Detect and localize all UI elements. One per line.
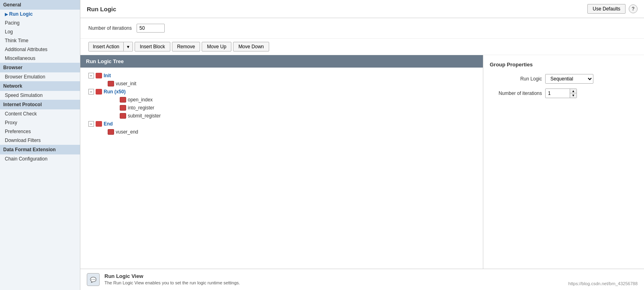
footer-description: The Run Logic View enables you to set th… bbox=[104, 280, 240, 285]
tree-body: −Initvuser_init−Run (x50)open_indexinto_… bbox=[80, 68, 483, 140]
group-icon-init bbox=[96, 73, 102, 78]
tree-node-init[interactable]: −Init bbox=[80, 72, 483, 80]
footer: 💬 Run Logic View The Run Logic View enab… bbox=[80, 269, 644, 290]
tree-node-run[interactable]: −Run (x50) bbox=[80, 88, 483, 96]
sidebar-section-network: Network bbox=[0, 81, 80, 91]
chat-icon: 💬 bbox=[90, 277, 96, 283]
insert-action-button[interactable]: Insert Action bbox=[89, 42, 124, 51]
page-title: Run Logic bbox=[87, 6, 116, 12]
props-iterations-row: Number of iterations ▲ ▼ bbox=[490, 88, 638, 98]
footer-title: Run Logic View bbox=[104, 273, 240, 279]
sidebar-item-pacing[interactable]: Pacing bbox=[0, 19, 80, 27]
tree-node-submit-register[interactable]: submit_register bbox=[80, 112, 483, 120]
sidebar-item-run-logic[interactable]: Run Logic bbox=[0, 10, 80, 19]
tree-node-vuser-init[interactable]: vuser_init bbox=[80, 80, 483, 88]
sidebar-item-speed-simulation[interactable]: Speed Simulation bbox=[0, 91, 80, 100]
tree-label-run: Run (x50) bbox=[104, 89, 126, 95]
tree-label-vuser-end: vuser_end bbox=[116, 129, 138, 135]
help-button[interactable]: ? bbox=[629, 4, 638, 13]
sidebar-section-internet-protocol: Internet Protocol bbox=[0, 100, 80, 109]
props-title: Group Properties bbox=[490, 62, 638, 68]
move-up-button[interactable]: Move Up bbox=[202, 42, 231, 51]
sidebar-section-data-format-extension: Data Format Extension bbox=[0, 145, 80, 154]
insert-action-dropdown[interactable]: Insert Action ▼ bbox=[88, 42, 133, 51]
tree-label-vuser-init: vuser_init bbox=[116, 81, 136, 86]
action-icon-vuser-init bbox=[108, 81, 114, 86]
tree-node-open-index[interactable]: open_index bbox=[80, 96, 483, 104]
sidebar-item-miscellaneous[interactable]: Miscellaneous bbox=[0, 54, 80, 63]
sidebar-item-proxy[interactable]: Proxy bbox=[0, 118, 80, 127]
tree-collapse-end[interactable]: − bbox=[88, 121, 94, 127]
sidebar-item-additional-attributes[interactable]: Additional Attributes bbox=[0, 45, 80, 54]
run-logic-select[interactable]: SequentialRandom bbox=[545, 74, 593, 84]
sidebar-section-general: General bbox=[0, 0, 80, 10]
spinner-buttons: ▲ ▼ bbox=[570, 89, 577, 98]
properties-panel: Group Properties Run Logic SequentialRan… bbox=[483, 55, 644, 269]
footer-icon: 💬 bbox=[87, 273, 100, 286]
run-logic-label: Run Logic bbox=[490, 76, 542, 82]
iterations-row: Number of iterations bbox=[80, 18, 644, 39]
action-icon-vuser-end bbox=[108, 129, 114, 135]
tree-label-end: End bbox=[104, 121, 113, 127]
content-area: Number of iterations Insert Action ▼ Ins… bbox=[80, 18, 644, 269]
sidebar-item-preferences[interactable]: Preferences bbox=[0, 127, 80, 136]
sidebar-item-browser-emulation[interactable]: Browser Emulation bbox=[0, 72, 80, 81]
spinner-down-button[interactable]: ▼ bbox=[570, 93, 577, 98]
footer-text: Run Logic View The Run Logic View enable… bbox=[104, 273, 240, 285]
tree-collapse-init[interactable]: − bbox=[88, 73, 94, 78]
tree-header: Run Logic Tree bbox=[80, 55, 483, 68]
tree-label-open-index: open_index bbox=[128, 97, 153, 103]
main-content: Run Logic Use Defaults ? Number of itera… bbox=[80, 0, 644, 290]
insert-action-arrow[interactable]: ▼ bbox=[124, 43, 133, 51]
move-down-button[interactable]: Move Down bbox=[233, 42, 269, 51]
insert-block-button[interactable]: Insert Block bbox=[135, 42, 170, 51]
sidebar-item-chain-configuration[interactable]: Chain Configuration bbox=[0, 154, 80, 163]
sidebar-item-content-check[interactable]: Content Check bbox=[0, 109, 80, 118]
action-icon-submit-register bbox=[120, 113, 126, 119]
tree-node-end[interactable]: −End bbox=[80, 120, 483, 128]
iterations-input[interactable] bbox=[137, 24, 165, 33]
props-iterations-input[interactable] bbox=[546, 89, 570, 97]
sidebar: GeneralRun LogicPacingLogThink TimeAddit… bbox=[0, 0, 80, 290]
sidebar-item-log[interactable]: Log bbox=[0, 27, 80, 36]
action-icon-open-index bbox=[120, 97, 126, 103]
iterations-label: Number of iterations bbox=[88, 25, 132, 31]
tree-node-into-register[interactable]: into_register bbox=[80, 104, 483, 112]
tree-label-into-register: into_register bbox=[128, 105, 154, 111]
use-defaults-button[interactable]: Use Defaults bbox=[587, 4, 626, 14]
toolbar: Insert Action ▼ Insert Block Remove Move… bbox=[80, 39, 644, 55]
tree-collapse-run[interactable]: − bbox=[88, 89, 94, 95]
sidebar-item-download-filters[interactable]: Download Filters bbox=[0, 136, 80, 145]
sidebar-section-browser: Browser bbox=[0, 63, 80, 72]
props-iterations-label: Number of iterations bbox=[490, 90, 542, 96]
action-icon-into-register bbox=[120, 105, 126, 111]
spinner-up-button[interactable]: ▲ bbox=[570, 89, 577, 93]
sidebar-item-think-time[interactable]: Think Time bbox=[0, 36, 80, 45]
tree-node-vuser-end[interactable]: vuser_end bbox=[80, 128, 483, 136]
tree-label-init: Init bbox=[104, 73, 111, 78]
panels: Run Logic Tree −Initvuser_init−Run (x50)… bbox=[80, 55, 644, 269]
props-iterations-spinner: ▲ ▼ bbox=[545, 88, 577, 98]
footer-url: https://blog.csdn.net/brn_43256788 bbox=[568, 281, 638, 286]
tree-panel: Run Logic Tree −Initvuser_init−Run (x50)… bbox=[80, 55, 483, 269]
tree-label-submit-register: submit_register bbox=[128, 113, 161, 119]
run-logic-row: Run Logic SequentialRandom bbox=[490, 74, 638, 84]
group-icon-run bbox=[96, 89, 102, 95]
header: Run Logic Use Defaults ? bbox=[80, 0, 644, 18]
group-icon-end bbox=[96, 121, 102, 127]
remove-button[interactable]: Remove bbox=[172, 42, 200, 51]
